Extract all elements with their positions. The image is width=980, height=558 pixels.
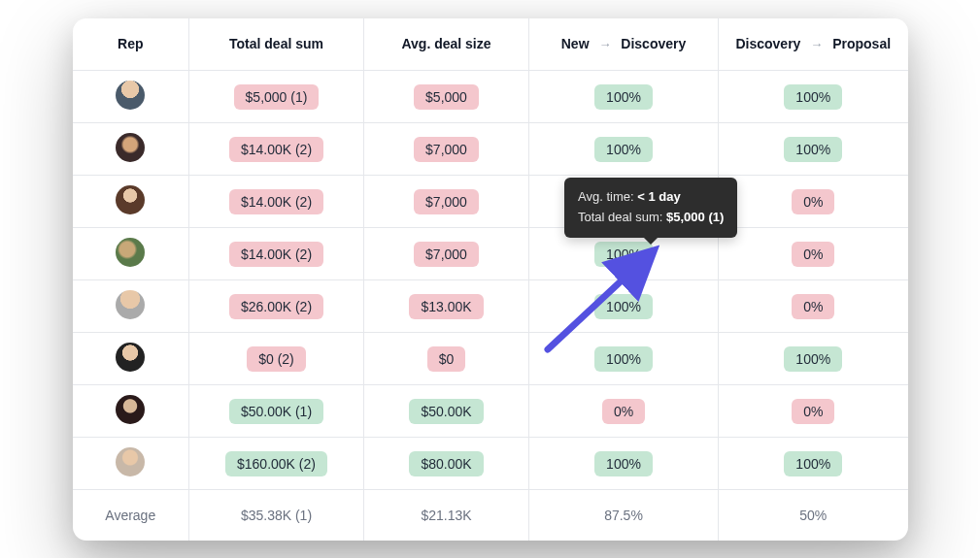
cell-avg-size[interactable]: $0 <box>364 333 529 385</box>
metric-pill[interactable]: $5,000 <box>414 84 479 110</box>
metric-pill[interactable]: $7,000 <box>414 242 479 267</box>
table-row: $26.00K (2)$13.00K100%0% <box>73 280 908 333</box>
avatar[interactable] <box>116 395 145 424</box>
column-header-stage1[interactable]: New → Discovery <box>529 18 719 71</box>
table-row: $14.00K (2)$7,0000% <box>73 176 908 228</box>
metric-pill[interactable]: $50.00K <box>409 399 483 424</box>
metric-pill[interactable]: $7,000 <box>414 137 479 162</box>
metric-pill[interactable]: 100% <box>784 451 842 476</box>
cell-total-sum[interactable]: $0 (2) <box>189 333 364 385</box>
tooltip-total-sum-label: Total deal sum: <box>578 210 666 224</box>
metric-pill[interactable]: 100% <box>784 84 842 110</box>
cell-total-sum[interactable]: $14.00K (2) <box>189 176 364 228</box>
cell-avg-size[interactable]: $80.00K <box>364 438 529 490</box>
cell-total-sum[interactable]: $14.00K (2) <box>189 123 364 176</box>
cell-stage2[interactable]: 0% <box>719 228 908 280</box>
cell-stage2[interactable]: 100% <box>719 333 908 385</box>
metric-pill[interactable]: 100% <box>784 137 842 162</box>
metric-pill[interactable]: 0% <box>792 242 834 267</box>
table-row: $14.00K (2)$7,000100%0% <box>73 228 908 280</box>
stage2-to-label: Proposal <box>832 36 891 51</box>
metric-pill[interactable]: $7,000 <box>414 189 479 214</box>
metric-pill[interactable]: 0% <box>792 189 834 214</box>
cell-avg-size[interactable]: $50.00K <box>364 385 529 438</box>
metric-pill[interactable]: $14.00K (2) <box>229 242 323 267</box>
cell-total-sum[interactable]: $160.00K (2) <box>189 438 364 490</box>
metric-pill[interactable]: $0 (2) <box>247 346 306 372</box>
column-header-stage2[interactable]: Discovery → Proposal <box>719 18 908 71</box>
stage2-from-label: Discovery <box>735 36 800 51</box>
cell-rep[interactable] <box>73 228 189 280</box>
cell-rep[interactable] <box>73 123 189 176</box>
footer-stage1: 87.5% <box>529 490 719 541</box>
cell-stage1[interactable]: 100% <box>529 71 719 123</box>
metric-pill[interactable]: $0 <box>427 346 466 372</box>
tooltip-total-sum-value: $5,000 (1) <box>666 210 724 224</box>
tooltip-avg-time-value: < 1 day <box>637 189 680 204</box>
table-header-row: Rep Total deal sum Avg. deal size New → … <box>73 18 908 71</box>
column-header-avg-size[interactable]: Avg. deal size <box>364 18 529 71</box>
avatar[interactable] <box>116 290 145 319</box>
metric-pill[interactable]: 100% <box>594 242 653 267</box>
avatar[interactable] <box>116 81 145 110</box>
avatar[interactable] <box>116 133 145 162</box>
metric-pill[interactable]: $50.00K (1) <box>229 399 323 424</box>
cell-avg-size[interactable]: $13.00K <box>364 280 529 333</box>
stage1-from-label: New <box>561 36 590 51</box>
cell-total-sum[interactable]: $50.00K (1) <box>189 385 364 438</box>
cell-stage1[interactable]: 100% <box>529 280 719 333</box>
cell-total-sum[interactable]: $26.00K (2) <box>189 280 364 333</box>
metric-pill[interactable]: 100% <box>594 346 653 372</box>
cell-stage2[interactable]: 100% <box>719 123 908 176</box>
cell-total-sum[interactable]: $5,000 (1) <box>189 71 364 123</box>
table-row: $0 (2)$0100%100% <box>73 333 908 385</box>
metric-pill[interactable]: 100% <box>594 137 653 162</box>
cell-stage2[interactable]: 100% <box>719 71 908 123</box>
metric-pill[interactable]: $26.00K (2) <box>229 294 323 319</box>
avatar[interactable] <box>116 447 145 476</box>
cell-rep[interactable] <box>73 385 189 438</box>
metric-pill[interactable]: 100% <box>784 346 842 372</box>
cell-rep[interactable] <box>73 71 189 123</box>
cell-rep[interactable] <box>73 280 189 333</box>
cell-stage1[interactable]: 100% <box>529 333 719 385</box>
column-header-total-sum[interactable]: Total deal sum <box>189 18 364 71</box>
arrow-right-icon: → <box>598 37 611 51</box>
metric-pill[interactable]: 100% <box>594 84 653 110</box>
metric-pill[interactable]: $5,000 (1) <box>234 84 320 110</box>
cell-stage2[interactable]: 100% <box>719 438 908 490</box>
table-row: $14.00K (2)$7,000100%100% <box>73 123 908 176</box>
metric-pill[interactable]: $80.00K <box>409 451 483 476</box>
avatar[interactable] <box>116 343 145 372</box>
cell-rep[interactable] <box>73 438 189 490</box>
metric-pill[interactable]: $160.00K (2) <box>225 451 327 476</box>
avatar[interactable] <box>116 238 145 267</box>
cell-stage2[interactable]: 0% <box>719 176 908 228</box>
metric-pill[interactable]: 100% <box>594 451 653 476</box>
cell-total-sum[interactable]: $14.00K (2) <box>189 228 364 280</box>
cell-stage1[interactable]: 100% <box>529 438 719 490</box>
avatar[interactable] <box>116 185 145 214</box>
metric-pill[interactable]: 100% <box>594 294 653 319</box>
cell-avg-size[interactable]: $7,000 <box>364 228 529 280</box>
cell-stage2[interactable]: 0% <box>719 280 908 333</box>
metric-pill[interactable]: $14.00K (2) <box>229 137 323 162</box>
metric-pill[interactable]: 0% <box>792 399 834 424</box>
cell-stage1[interactable]: 100% <box>529 123 719 176</box>
cell-avg-size[interactable]: $5,000 <box>364 71 529 123</box>
cell-tooltip: Avg. time: < 1 day Total deal sum: $5,00… <box>564 178 737 238</box>
cell-avg-size[interactable]: $7,000 <box>364 176 529 228</box>
metric-pill[interactable]: 0% <box>602 399 645 424</box>
cell-avg-size[interactable]: $7,000 <box>364 123 529 176</box>
metric-pill[interactable]: $13.00K <box>409 294 483 319</box>
cell-rep[interactable] <box>73 176 189 228</box>
metric-pill[interactable]: $14.00K (2) <box>229 189 323 214</box>
cell-stage2[interactable]: 0% <box>719 385 908 438</box>
cell-rep[interactable] <box>73 333 189 385</box>
report-table-card: Rep Total deal sum Avg. deal size New → … <box>73 18 908 541</box>
table-row: $160.00K (2)$80.00K100%100% <box>73 438 908 490</box>
tooltip-line-avg-time: Avg. time: < 1 day <box>578 187 724 208</box>
column-header-rep[interactable]: Rep <box>73 18 189 71</box>
metric-pill[interactable]: 0% <box>792 294 834 319</box>
cell-stage1[interactable]: 0% <box>529 385 719 438</box>
